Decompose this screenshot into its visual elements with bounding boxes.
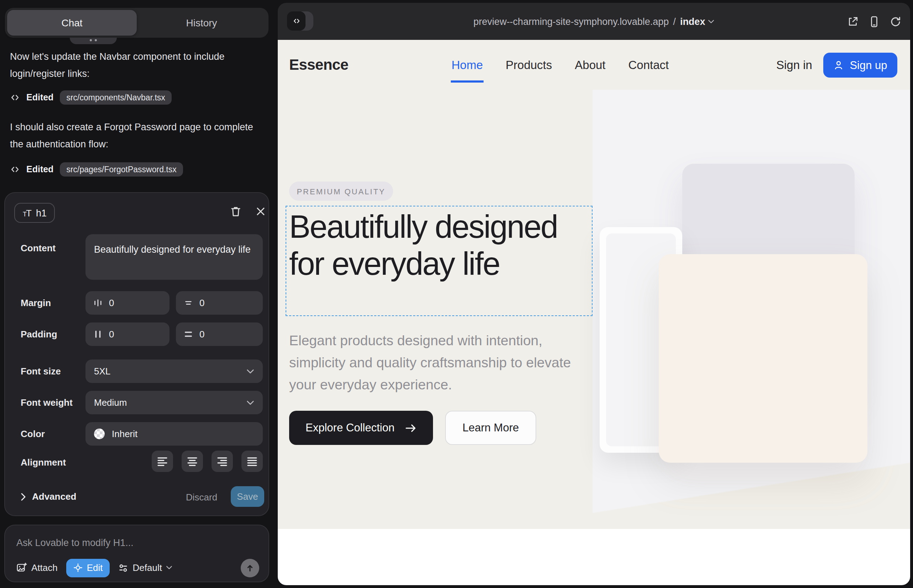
margin-y-input[interactable]: 0 — [176, 291, 263, 315]
nav-link-products[interactable]: Products — [506, 58, 552, 71]
arrow-right-icon — [405, 422, 417, 434]
align-center-button[interactable] — [181, 451, 203, 472]
learn-more-label: Learn More — [463, 422, 519, 434]
tab-chat[interactable]: Chat — [7, 10, 137, 36]
refresh-icon[interactable] — [889, 15, 902, 27]
lovable-workspace: Chat History Now let's update the Navbar… — [0, 0, 913, 588]
element-tag-label: h1 — [36, 207, 47, 218]
margin-vertical-icon — [184, 298, 193, 307]
padding-x-input[interactable]: 0 — [86, 323, 170, 346]
discard-button[interactable]: Discard — [186, 492, 217, 502]
chevron-down-icon — [246, 400, 254, 405]
file-chip[interactable]: src/pages/ForgotPassword.tsx — [60, 162, 183, 176]
margin-horizontal-icon — [93, 298, 102, 307]
type-icon: TT — [23, 207, 32, 219]
font-weight-select[interactable]: Medium — [86, 391, 263, 414]
chevron-right-icon — [21, 492, 26, 501]
attach-label: Attach — [31, 562, 58, 573]
hero-paragraph: Elegant products designed with intention… — [289, 330, 596, 396]
hero-graphic-area — [592, 90, 910, 529]
send-button[interactable] — [241, 559, 259, 577]
chat-sidebar: Chat History Now let's update the Navbar… — [0, 0, 278, 588]
padding-y-input[interactable]: 0 — [176, 323, 263, 346]
advanced-label: Advanced — [32, 491, 76, 502]
decor-card-cream — [659, 254, 868, 463]
save-button[interactable]: Save — [231, 486, 264, 507]
preview-panel: preview--charming-site-symphony.lovable.… — [278, 3, 910, 585]
chat-history-tabs: Chat History — [5, 8, 269, 38]
chat-message: Now let's update the Navbar component to… — [10, 48, 264, 82]
hero-badge: PREMIUM QUALITY — [289, 181, 393, 201]
nav-link-contact[interactable]: Contact — [628, 58, 669, 71]
prompt-input[interactable]: Ask Lovable to modify H1... — [16, 538, 134, 548]
nav-links: Home Products About Contact — [452, 40, 669, 90]
sign-up-label: Sign up — [850, 59, 887, 71]
person-icon — [833, 60, 844, 71]
font-size-value: 5XL — [94, 366, 246, 376]
font-size-select[interactable]: 5XL — [86, 360, 263, 383]
padding-label: Padding — [21, 329, 57, 339]
url-domain: preview--charming-site-symphony.lovable.… — [474, 16, 669, 27]
margin-x-input[interactable]: 0 — [86, 291, 170, 315]
scroll-indicator-pill[interactable] — [70, 38, 117, 44]
hero-heading[interactable]: Beautifully designed for everyday life — [289, 208, 591, 282]
edited-label: Edited — [26, 92, 53, 102]
align-left-button[interactable] — [152, 451, 173, 472]
font-size-label: Font size — [21, 366, 61, 376]
url-bar[interactable]: preview--charming-site-symphony.lovable.… — [278, 3, 910, 40]
sign-up-button[interactable]: Sign up — [823, 53, 897, 78]
edit-mode-button[interactable]: Edit — [66, 559, 110, 577]
margin-label: Margin — [21, 297, 51, 308]
content-input[interactable]: Beautifully designed for everyday life — [86, 234, 263, 280]
mobile-view-icon[interactable] — [868, 15, 880, 27]
site-logo[interactable]: Essence — [289, 40, 348, 90]
margin-y-value: 0 — [199, 297, 204, 308]
code-icon — [10, 165, 20, 174]
preview-topbar: preview--charming-site-symphony.lovable.… — [278, 3, 910, 40]
hero-section: Essence Home Products About Contact Sign… — [278, 40, 910, 529]
chat-message: I should also create a Forgot Password p… — [10, 119, 264, 152]
padding-horizontal-icon — [93, 330, 102, 339]
target-icon — [73, 563, 83, 572]
color-select[interactable]: Inherit — [86, 422, 263, 446]
color-swatch — [94, 428, 105, 439]
explore-collection-button[interactable]: Explore Collection — [289, 411, 433, 445]
prompt-card: Ask Lovable to modify H1... Attach Edit — [4, 525, 269, 582]
site-preview: Essence Home Products About Contact Sign… — [278, 40, 910, 585]
open-external-icon[interactable] — [847, 15, 859, 27]
tab-history[interactable]: History — [137, 10, 266, 36]
element-tag-chip[interactable]: TT h1 — [14, 203, 55, 223]
delete-element-button[interactable] — [229, 205, 242, 218]
code-icon — [10, 92, 20, 102]
content-label: Content — [21, 243, 55, 254]
nav-link-home[interactable]: Home — [452, 58, 483, 71]
file-chip[interactable]: src/components/Navbar.tsx — [60, 90, 171, 105]
attach-button[interactable]: Attach — [16, 562, 58, 573]
advanced-toggle[interactable]: Advanced — [21, 491, 76, 502]
edit-label: Edit — [87, 562, 103, 573]
color-value: Inherit — [112, 428, 254, 439]
margin-x-value: 0 — [109, 297, 114, 308]
explore-collection-label: Explore Collection — [306, 422, 395, 434]
close-editor-button[interactable] — [254, 205, 267, 218]
sign-in-link[interactable]: Sign in — [776, 40, 812, 90]
alignment-label: Alignment — [21, 457, 66, 468]
font-weight-value: Medium — [94, 397, 246, 408]
mode-selector[interactable]: Default — [118, 562, 173, 573]
edited-file-row: Edited src/components/Navbar.tsx — [10, 90, 172, 105]
element-editor-panel: TT h1 Content Beautifully designed for e… — [4, 192, 269, 516]
align-right-button[interactable] — [212, 451, 233, 472]
color-label: Color — [21, 428, 45, 439]
padding-x-value: 0 — [109, 329, 114, 339]
learn-more-button[interactable]: Learn More — [445, 411, 536, 445]
site-navbar: Essence Home Products About Contact Sign… — [278, 40, 910, 90]
padding-y-value: 0 — [199, 329, 204, 339]
font-weight-label: Font weight — [21, 397, 73, 408]
mode-label: Default — [133, 562, 162, 573]
url-page: index — [680, 16, 706, 27]
nav-link-about[interactable]: About — [575, 58, 605, 71]
chevron-down-icon — [166, 565, 173, 570]
align-justify-button[interactable] — [241, 451, 263, 472]
edited-label: Edited — [26, 165, 53, 174]
edited-file-row: Edited src/pages/ForgotPassword.tsx — [10, 162, 183, 177]
